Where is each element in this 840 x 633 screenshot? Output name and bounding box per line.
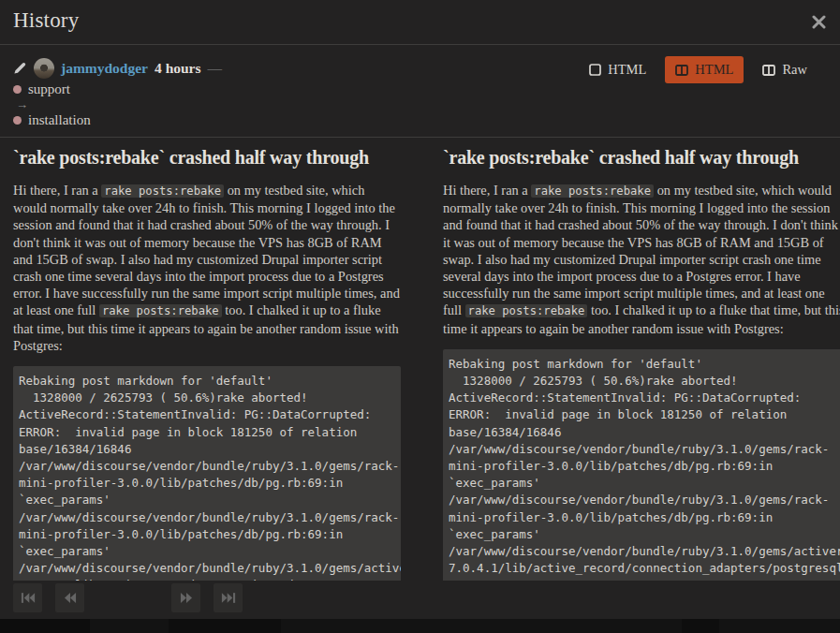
page-backdrop (0, 619, 840, 633)
forward-fast-icon (221, 592, 236, 604)
previous-revision-button[interactable] (55, 583, 84, 612)
backdrop-segment (0, 619, 90, 633)
post-title: `rake posts:rebake` crashed half way thr… (13, 147, 401, 169)
inline-code: rake posts:rebake (101, 184, 224, 198)
side-by-side-raw-view-label: Raw (782, 62, 807, 78)
revision-counter-spacer (97, 583, 158, 612)
next-revision-button[interactable] (171, 583, 200, 612)
edit-reason-separator: — (208, 60, 223, 77)
post-body-text: Hi there, I ran a (13, 183, 101, 198)
forward-icon (180, 592, 193, 604)
tag-arrow-row: → (13, 97, 827, 112)
revision-comparison-area: `rake posts:rebake` crashed half way thr… (0, 139, 840, 581)
post-body-text: on my testbed site, which would normally… (443, 183, 838, 317)
post-body-text: on my testbed site, which would normally… (13, 183, 400, 317)
inline-code: rake posts:rebake (531, 184, 654, 198)
tag-to-row: installation (13, 112, 827, 128)
pencil-icon (13, 61, 27, 75)
backward-fast-icon (21, 592, 36, 604)
post-body-text: Hi there, I ran a (443, 183, 531, 198)
revision-column-previous: `rake posts:rebake` crashed half way thr… (13, 139, 401, 581)
modal-title: History (13, 8, 827, 33)
square-outline-icon (589, 64, 601, 76)
tag-dot-icon (13, 116, 22, 125)
last-revision-button[interactable] (214, 583, 243, 612)
tag-to-label: installation (28, 112, 91, 128)
close-icon[interactable] (809, 12, 828, 31)
inline-code: rake posts:rebake (99, 304, 222, 317)
backdrop-segment (682, 619, 719, 633)
side-by-side-html-view-label: HTML (695, 62, 733, 78)
avatar[interactable] (34, 58, 54, 79)
post-body: Hi there, I ran a rake posts:rebake on m… (443, 182, 840, 337)
tag-from-label: support (28, 81, 70, 97)
backdrop-segment (169, 619, 281, 633)
tag-change-block: support → installation (13, 81, 827, 128)
revision-column-current: `rake posts:rebake` crashed half way thr… (443, 139, 840, 581)
revision-meta-section: jammydodger 4 hours — support → installa… (0, 45, 840, 138)
tag-dot-icon (13, 85, 22, 94)
tag-from-row: support (13, 81, 827, 97)
revision-time: 4 hours (155, 60, 201, 77)
first-revision-button[interactable] (13, 583, 42, 612)
inline-code: rake posts:rebake (465, 304, 588, 317)
two-columns-icon (675, 65, 688, 76)
x-icon (812, 15, 826, 29)
history-modal: History jammydodger 4 hours — support → (0, 0, 840, 619)
inline-html-view-button[interactable]: HTML (579, 56, 656, 83)
arrow-right-icon: → (16, 97, 28, 112)
backward-icon (64, 592, 77, 604)
username-link[interactable]: jammydodger (61, 60, 148, 77)
post-body: Hi there, I ran a rake posts:rebake on m… (13, 182, 401, 354)
error-log-code-block: Rebaking post markdown for 'default' 132… (13, 366, 401, 581)
error-log-code-block: Rebaking post markdown for 'default' 132… (443, 349, 840, 581)
inline-html-view-label: HTML (608, 62, 646, 78)
side-by-side-html-view-button[interactable]: HTML (665, 56, 744, 83)
two-columns-icon (762, 65, 775, 76)
revision-nav-footer (0, 581, 840, 619)
side-by-side-raw-view-button[interactable]: Raw (752, 56, 818, 83)
post-title: `rake posts:rebake` crashed half way thr… (443, 147, 840, 169)
view-toggle-group: HTML HTML Raw (579, 56, 818, 83)
modal-title-bar: History (0, 0, 840, 45)
